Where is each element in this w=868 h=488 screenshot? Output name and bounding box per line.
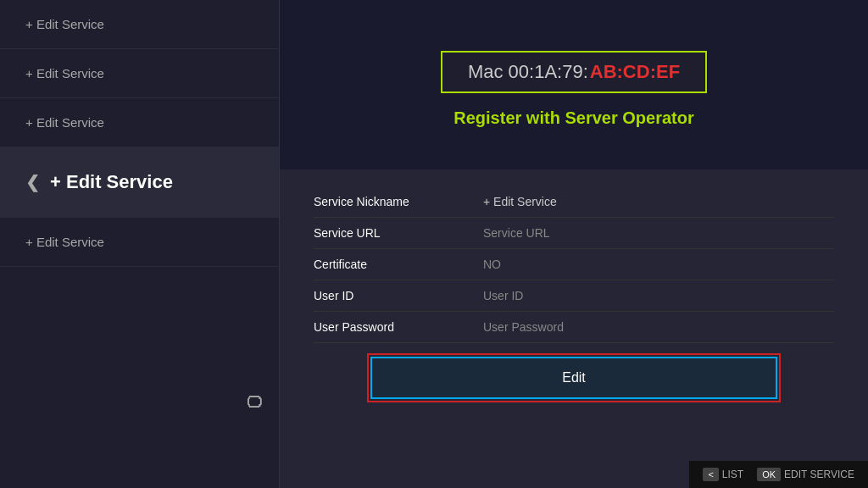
register-text: Register with Server Operator (453, 108, 693, 128)
form-row-service-url: Service URL Service URL (314, 218, 834, 249)
sidebar: + Edit Service + Edit Service + Edit Ser… (0, 0, 280, 488)
edit-button[interactable]: Edit (370, 357, 777, 399)
list-key-badge: < (703, 468, 718, 481)
mac-suffix: AB:CD:EF (590, 61, 680, 83)
value-user-password: User Password (483, 320, 564, 334)
main-content: Mac 00:1A:79: AB:CD:EF Register with Ser… (280, 0, 868, 488)
list-key-item: < LIST (703, 468, 743, 481)
ok-key-item: OK EDIT SERVICE (757, 468, 854, 481)
top-section: Mac 00:1A:79: AB:CD:EF Register with Ser… (280, 0, 868, 169)
mac-prefix: Mac 00:1A:79: (468, 61, 588, 83)
edit-button-row: Edit (314, 357, 834, 399)
sidebar-item-1[interactable]: + Edit Service (0, 49, 279, 98)
sidebar-item-3-active[interactable]: ❮ + Edit Service 🖵 (0, 147, 279, 218)
ok-key-label: EDIT SERVICE (784, 469, 854, 480)
sidebar-item-4[interactable]: + Edit Service (0, 218, 279, 267)
form-row-service-nickname: Service Nickname + Edit Service (314, 186, 834, 218)
form-section: Service Nickname + Edit Service Service … (280, 169, 868, 488)
form-row-user-id: User ID User ID (314, 280, 834, 312)
value-certificate: NO (483, 258, 501, 271)
label-user-password: User Password (314, 320, 483, 334)
label-service-url: Service URL (314, 226, 483, 240)
label-service-nickname: Service Nickname (314, 195, 483, 208)
label-user-id: User ID (314, 289, 483, 302)
value-service-nickname: + Edit Service (483, 195, 557, 208)
sidebar-item-0[interactable]: + Edit Service (0, 0, 279, 49)
sidebar-item-2[interactable]: + Edit Service (0, 98, 279, 147)
ok-key-badge: OK (757, 468, 781, 481)
value-user-id: User ID (483, 289, 523, 302)
bottom-bar: < LIST OK EDIT SERVICE (689, 461, 868, 488)
label-certificate: Certificate (314, 258, 483, 271)
mac-address-box: Mac 00:1A:79: AB:CD:EF (441, 51, 707, 93)
list-key-label: LIST (722, 469, 743, 480)
form-row-user-password: User Password User Password (314, 312, 834, 343)
monitor-icon: 🖵 (247, 394, 262, 412)
arrow-left-icon: ❮ (25, 172, 40, 192)
value-service-url: Service URL (483, 226, 550, 240)
form-row-certificate: Certificate NO (314, 249, 834, 280)
